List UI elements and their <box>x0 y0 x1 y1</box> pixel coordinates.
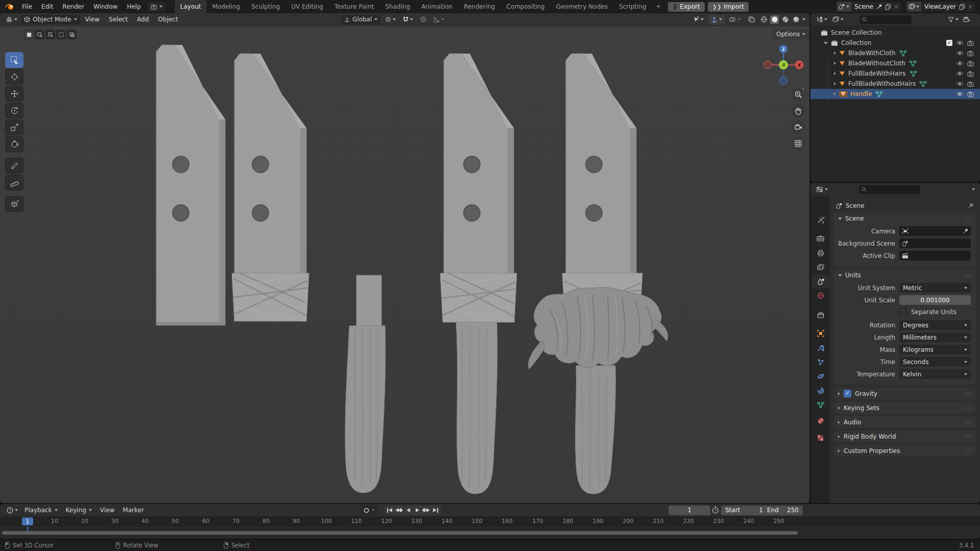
tab-object-data[interactable] <box>812 398 829 412</box>
menu-add[interactable]: Add <box>133 16 153 23</box>
tab-modeling[interactable]: Modeling <box>207 0 246 13</box>
unit-scale-slider[interactable]: 0.001000 <box>899 295 971 305</box>
panel-grip[interactable]: ∷∷ <box>964 434 972 439</box>
add-workspace-button[interactable]: + <box>652 3 665 10</box>
time-dropdown[interactable]: Seconds <box>899 357 971 367</box>
visibility-dropdown[interactable] <box>690 15 706 25</box>
tab-collection-properties[interactable] <box>812 308 829 322</box>
timeline-track-area[interactable] <box>0 526 980 539</box>
panel-grip[interactable]: ∷∷ <box>964 405 972 411</box>
tab-particles[interactable] <box>812 355 829 369</box>
outliner-search-input[interactable] <box>859 15 912 24</box>
zoom-icon[interactable] <box>792 88 805 101</box>
expand-arrow-icon[interactable] <box>834 92 836 95</box>
tab-render[interactable] <box>812 232 829 245</box>
snap-toggle[interactable] <box>400 15 416 25</box>
hide-icon[interactable] <box>956 51 964 56</box>
menu-file[interactable]: File <box>17 0 37 13</box>
start-frame-field[interactable]: Start1 <box>721 506 767 515</box>
tool-add-cube[interactable] <box>5 196 23 212</box>
select-mode-extend[interactable] <box>35 30 44 39</box>
tab-layout[interactable]: Layout <box>175 0 207 13</box>
camera-disable-icon[interactable] <box>967 71 974 77</box>
properties-options-icon[interactable] <box>972 188 975 190</box>
panel-audio[interactable]: Audio ∷∷ <box>834 416 976 428</box>
panel-grip[interactable]: ∷∷ <box>964 391 972 396</box>
proportional-editing-toggle[interactable] <box>418 15 429 25</box>
shading-rendered-button[interactable] <box>792 15 800 24</box>
tab-world[interactable] <box>812 289 829 302</box>
hide-icon[interactable] <box>956 71 964 76</box>
select-mode-subtract[interactable] <box>45 30 55 39</box>
scene-render[interactable] <box>0 13 809 503</box>
outliner-row-handle[interactable]: Handle <box>810 89 980 99</box>
end-frame-field[interactable]: End250 <box>763 506 803 515</box>
prev-frame-button[interactable] <box>403 506 413 515</box>
xray-toggle[interactable] <box>746 15 757 25</box>
expand-arrow-icon[interactable] <box>834 52 836 55</box>
menu-window[interactable]: Window <box>89 0 122 13</box>
copy-icon[interactable] <box>885 4 891 10</box>
shading-material-button[interactable] <box>781 15 790 24</box>
overlays-dropdown[interactable] <box>727 15 744 25</box>
play-button[interactable] <box>413 506 422 515</box>
blender-logo-icon[interactable] <box>5 3 14 10</box>
tab-output[interactable] <box>812 246 829 259</box>
separate-units-checkbox[interactable] <box>899 308 907 316</box>
new-collection-button[interactable] <box>963 16 970 22</box>
close-icon[interactable]: × <box>965 3 975 10</box>
outliner-row-scene-collection[interactable]: Scene Collection <box>810 28 980 38</box>
expand-arrow-icon[interactable] <box>834 62 836 65</box>
scene-selector[interactable]: Scene × <box>836 1 902 12</box>
navigation-gizmo[interactable]: Z X -Y <box>760 42 806 89</box>
outliner-row-collection[interactable]: Collection ✓ <box>810 38 980 48</box>
camera-disable-icon[interactable] <box>967 91 974 97</box>
camera-view-icon[interactable] <box>792 121 805 134</box>
menu-marker[interactable]: Marker <box>118 507 148 514</box>
outliner-row-fullbladewithhairs[interactable]: FullBladeWithHairs <box>810 68 980 79</box>
pivot-point-dropdown[interactable] <box>383 15 398 25</box>
tab-texture-paint[interactable]: Texture Paint <box>329 0 379 13</box>
import-button[interactable]: ❭❭ Import <box>708 2 749 12</box>
tab-material[interactable] <box>812 414 829 427</box>
menu-view[interactable]: View <box>81 16 104 23</box>
select-mode-new[interactable] <box>24 30 34 39</box>
filter-button[interactable] <box>945 15 961 25</box>
tool-select-box[interactable] <box>5 52 23 68</box>
jump-to-end-button[interactable] <box>431 506 440 515</box>
menu-object[interactable]: Object <box>154 16 182 23</box>
menu-render[interactable]: Render <box>58 0 89 13</box>
tab-scripting[interactable]: Scripting <box>613 0 652 13</box>
falloff-dropdown[interactable] <box>431 15 447 25</box>
camera-disable-icon[interactable] <box>967 51 974 56</box>
panel-grip[interactable]: ∷∷ <box>964 216 972 222</box>
viewport-3d[interactable]: Object Mode View Select Add Object Globa… <box>0 13 809 503</box>
mode-dropdown[interactable]: Object Mode <box>21 15 80 25</box>
menu-edit[interactable]: Edit <box>37 0 58 13</box>
scene-icon[interactable] <box>836 2 851 12</box>
options-button[interactable]: Options <box>772 29 809 39</box>
tab-rendering[interactable]: Rendering <box>458 0 500 13</box>
panel-units-header[interactable]: Units ∷∷ <box>834 269 976 281</box>
view-layer-icon[interactable] <box>906 2 921 12</box>
tab-compositing[interactable]: Compositing <box>500 0 550 13</box>
properties-search-input[interactable] <box>859 185 920 194</box>
camera-disable-icon[interactable] <box>967 40 974 46</box>
tab-uv-editing[interactable]: UV Editing <box>285 0 329 13</box>
outliner-row-fullbladewithouthairs[interactable]: FullBladeWithoutHairs <box>810 79 980 89</box>
tab-animation[interactable]: Animation <box>416 0 458 13</box>
panel-scene-header[interactable]: Scene ∷∷ <box>834 212 976 225</box>
rotation-dropdown[interactable]: Degrees <box>899 320 971 330</box>
next-keyframe-button[interactable] <box>422 506 431 515</box>
menu-view[interactable]: View <box>96 507 118 514</box>
current-frame-field[interactable]: 1 <box>668 506 710 515</box>
length-dropdown[interactable]: Millimeters <box>899 332 971 342</box>
tool-cursor[interactable] <box>5 69 23 85</box>
tab-geometry-nodes[interactable]: Geometry Nodes <box>551 0 613 13</box>
prev-keyframe-button[interactable] <box>394 506 403 515</box>
hide-icon[interactable] <box>956 40 964 45</box>
hide-icon[interactable] <box>956 81 964 86</box>
panel-gravity[interactable]: ✓ Gravity ∷∷ <box>834 388 976 399</box>
pin-icon[interactable] <box>876 4 882 10</box>
tool-rotate[interactable] <box>5 103 23 118</box>
